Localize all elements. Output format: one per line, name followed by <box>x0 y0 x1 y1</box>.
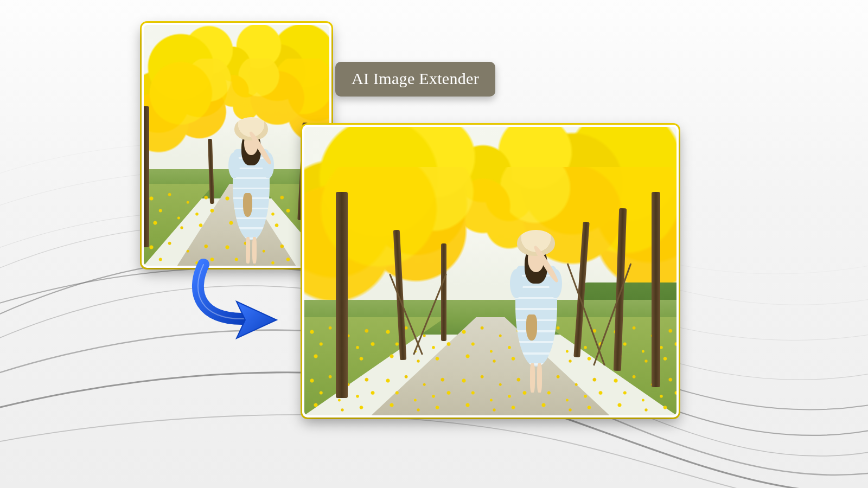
promo-graphic: AI Image Extender <box>0 0 868 488</box>
arrow-icon <box>184 255 293 347</box>
before-image <box>144 25 329 266</box>
after-image-frame <box>302 125 679 418</box>
after-image <box>304 127 676 415</box>
feature-label: AI Image Extender <box>335 62 495 97</box>
subject-person <box>225 117 277 264</box>
subject-person <box>506 230 566 393</box>
